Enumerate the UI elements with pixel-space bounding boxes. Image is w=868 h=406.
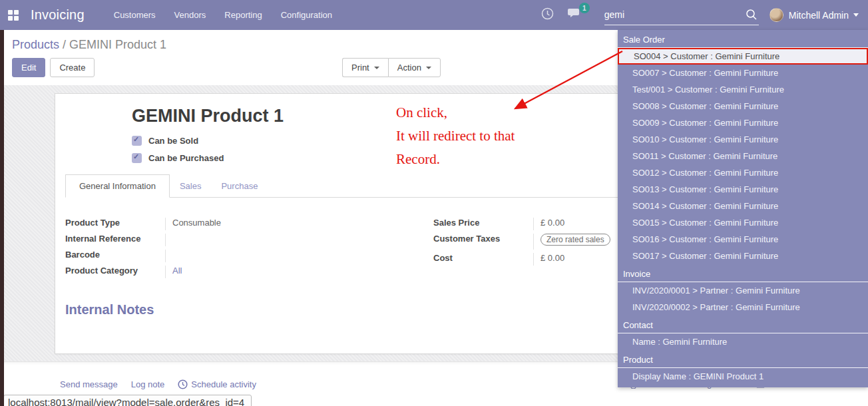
breadcrumb: Products / GEMINI Product 1 [12,38,166,52]
internal-reference-value [165,234,345,246]
annotation-line-3: Record. [396,148,515,171]
log-note-link[interactable]: Log note [131,379,165,389]
global-search-box [604,5,759,25]
search-result-so013[interactable]: SO013 > Customer : Gemini Furniture [618,181,868,198]
annotation-line-2: It will redirect to that [396,124,515,148]
search-result-contact-gemini[interactable]: Name : Gemini Furniture [618,333,868,350]
search-result-inv-2020-0001[interactable]: INV/2020/0001 > Partner : Gemini Furnitu… [618,282,868,299]
field-group-left: Product Type Consumable Internal Referen… [65,218,345,282]
product-category-link[interactable]: All [165,266,345,278]
breadcrumb-products-link[interactable]: Products [12,38,59,51]
search-result-so011[interactable]: SO011 > Customer : Gemini Furniture [618,148,868,164]
field-internal-reference: Internal Reference [65,234,345,246]
schedule-clock-icon [178,379,188,389]
field-barcode: Barcode [65,250,345,262]
search-result-so007[interactable]: SO007 > Customer : Gemini Furniture [618,65,868,81]
tab-purchase[interactable]: Purchase [211,175,268,197]
section-header-product: Product [618,353,868,368]
section-header-sale-order: Sale Order [618,33,868,48]
apps-grid-icon [8,10,19,21]
search-results-dropdown: Sale Order SO004 > Customer : Gemini Fur… [618,30,868,387]
activities-clock-icon[interactable] [541,7,554,23]
status-bar-url: localhost:8013/mail/view?model=sale.orde… [3,395,252,406]
field-product-type: Product Type Consumable [65,218,345,230]
section-product: Product Display Name : GEMINI Product 1 [618,353,868,385]
print-dropdown-button[interactable]: Print [342,58,388,77]
tutorial-annotation: On click, It will redirect to that Recor… [396,101,515,171]
section-sale-order: Sale Order SO004 > Customer : Gemini Fur… [618,33,868,264]
messages-count-badge: 1 [579,3,590,13]
section-header-contact: Contact [618,318,868,333]
tab-sales[interactable]: Sales [170,175,212,197]
user-caret-down-icon [853,13,859,17]
can-be-purchased-row: Can be Purchased [132,153,224,163]
user-avatar [769,8,783,22]
navbar-right-zone: 1 Mitchell Admin [541,0,868,30]
tab-general-information[interactable]: General Information [65,174,170,198]
search-result-so009[interactable]: SO009 > Customer : Gemini Furniture [618,114,868,131]
product-type-value: Consumable [165,218,345,230]
field-product-category: Product Category All [65,266,345,278]
send-message-link[interactable]: Send message [60,379,118,389]
user-name: Mitchell Admin [789,10,849,21]
search-result-product-gemini[interactable]: Display Name : GEMINI Product 1 [618,368,868,385]
user-menu[interactable]: Mitchell Admin [769,8,859,22]
search-result-inv-2020-0002[interactable]: INV/2020/0002 > Partner : Gemini Furnitu… [618,299,868,315]
search-icon[interactable] [746,9,758,21]
section-header-invoice: Invoice [618,267,868,282]
search-result-so017[interactable]: SO017 > Customer : Gemini Furniture [618,248,868,264]
edit-button[interactable]: Edit [12,58,45,77]
global-search-input[interactable] [604,9,738,20]
section-invoice: Invoice INV/2020/0001 > Partner : Gemini… [618,267,868,315]
background-window-edge [0,30,4,406]
odoo-window: Invoicing Customers Vendors Reporting Co… [0,0,868,406]
barcode-value [165,250,345,262]
search-result-test001[interactable]: Test/001 > Customer : Gemini Furniture [618,81,868,98]
messages-icon[interactable]: 1 [567,7,582,23]
customer-tax-badge[interactable]: Zero rated sales [541,234,610,246]
menu-reporting[interactable]: Reporting [224,10,262,20]
search-result-so014[interactable]: SO014 > Customer : Gemini Furniture [618,198,868,214]
menu-vendors[interactable]: Vendors [174,10,206,20]
app-name[interactable]: Invoicing [31,7,85,23]
section-contact: Contact Name : Gemini Furniture [618,318,868,350]
schedule-activity-link[interactable]: Schedule activity [178,379,256,389]
breadcrumb-separator: / [59,38,69,51]
search-result-so012[interactable]: SO012 > Customer : Gemini Furniture [618,164,868,181]
top-navbar: Invoicing Customers Vendors Reporting Co… [0,0,868,30]
menu-customers[interactable]: Customers [114,10,156,20]
internal-notes-heading: Internal Notes [65,302,154,317]
search-result-so004[interactable]: SO004 > Customer : Gemini Furniture [618,48,868,65]
print-caret-down-icon [374,67,379,69]
can-be-purchased-checkbox[interactable] [132,153,142,163]
can-be-sold-row: Can be Sold [132,136,198,146]
breadcrumb-current: GEMINI Product 1 [69,38,166,51]
create-button[interactable]: Create [50,58,95,77]
can-be-sold-label: Can be Sold [148,136,198,146]
search-result-so010[interactable]: SO010 > Customer : Gemini Furniture [618,131,868,148]
action-caret-down-icon [426,67,431,69]
search-result-so015[interactable]: SO015 > Customer : Gemini Furniture [618,214,868,231]
apps-menu-button[interactable] [0,0,27,30]
annotation-line-1: On click, [396,101,515,124]
can-be-sold-checkbox[interactable] [132,136,142,146]
search-result-so016[interactable]: SO016 > Customer : Gemini Furniture [618,231,868,248]
can-be-purchased-label: Can be Purchased [148,153,224,163]
menu-configuration[interactable]: Configuration [281,10,332,20]
action-dropdown-button[interactable]: Action [388,58,441,77]
search-result-so008[interactable]: SO008 > Customer : Gemini Furniture [618,98,868,114]
top-menu-bar: Customers Vendors Reporting Configuratio… [114,10,332,20]
product-title: GEMINI Product 1 [132,106,284,126]
